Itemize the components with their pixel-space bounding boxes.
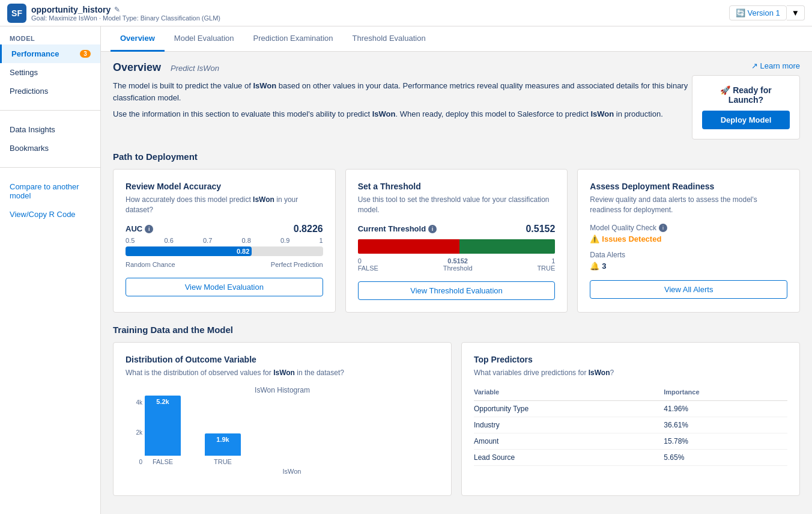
main-content: Overview Model Evaluation Prediction Exa… <box>101 26 812 514</box>
sidebar-item-predictions[interactable]: Predictions <box>0 82 100 100</box>
predictor-variable-3: Lead Source <box>474 450 664 466</box>
data-alerts-check: Data Alerts 🔔 3 <box>590 251 787 271</box>
auc-bar-label: 0.82 <box>237 248 249 255</box>
threshold-caption-mid: 0.5152 Threshold <box>443 257 473 272</box>
app-subtitle: Goal: Maximize IsWon · Model Type: Binar… <box>31 14 220 22</box>
histogram-y-axis: 4k 2k 0 <box>126 399 142 465</box>
tabs-bar: Overview Model Evaluation Prediction Exa… <box>101 26 812 52</box>
training-cards-row: Distribution of Outcome Variable What is… <box>113 342 800 497</box>
auc-label: AUC i <box>126 224 153 233</box>
version-button[interactable]: 🔄 Version 1 <box>729 5 787 20</box>
overview-header: Overview Predict IsWon The model is buil… <box>113 61 800 139</box>
sidebar: Model Performance 3 Settings Predictions… <box>0 26 101 514</box>
overview-title: Overview <box>113 61 161 74</box>
top-predictors-card: Top Predictors What variables drive pred… <box>461 342 800 497</box>
histogram-bars: 5.2k FALSE 1.9k TRUE <box>145 399 439 465</box>
col-importance: Importance <box>664 386 787 401</box>
launch-title: 🚀 Ready for Launch? <box>702 85 790 105</box>
auc-caption: Random Chance Perfect Prediction <box>126 261 323 268</box>
threshold-info-icon[interactable]: i <box>428 225 437 233</box>
performance-badge: 3 <box>80 50 91 58</box>
issues-detected: ⚠️ Issues Detected <box>590 234 787 243</box>
learn-more-link[interactable]: ↗ Learn more <box>751 61 800 70</box>
auc-scale: 0.5 0.6 0.7 0.8 0.9 1 <box>126 237 323 244</box>
content-area: Overview Predict IsWon The model is buil… <box>101 52 812 514</box>
overview-right: ↗ Learn more 🚀 Ready for Launch? Deploy … <box>692 61 800 139</box>
bar-false: 5.2k <box>145 396 181 456</box>
bar-false-label: 5.2k <box>156 398 169 405</box>
overview-subtitle: Predict IsWon <box>171 64 219 73</box>
bar-true-group: 1.9k TRUE <box>205 433 241 465</box>
predictor-importance-0: 41.96% <box>664 401 787 417</box>
app-name: opportunity_history <box>31 5 111 14</box>
table-row: Amount 15.78% <box>474 433 787 450</box>
predictor-variable-1: Industry <box>474 417 664 433</box>
threshold-caption-left: 0 FALSE <box>358 257 378 272</box>
bar-false-caption: FALSE <box>153 458 173 465</box>
view-all-alerts-button[interactable]: View All Alerts <box>590 280 787 299</box>
distribution-desc: What is the distribution of observed val… <box>126 368 439 378</box>
launch-card: 🚀 Ready for Launch? Deploy Model <box>692 75 800 139</box>
header-left: SF opportunity_history ✎ Goal: Maximize … <box>7 4 220 23</box>
sidebar-model-section: Model Performance 3 Settings Predictions <box>0 26 100 105</box>
threshold-value: 0.5152 <box>526 224 555 234</box>
col-variable: Variable <box>474 386 664 401</box>
path-cards-row: Review Model Accuracy How accurately doe… <box>113 169 800 313</box>
deployment-readiness-desc: Review quality and data alerts to assess… <box>590 195 787 215</box>
overview-desc-2: Use the information in this section to e… <box>113 108 692 120</box>
edit-icon[interactable]: ✎ <box>114 5 120 14</box>
distribution-card: Distribution of Outcome Variable What is… <box>113 342 452 497</box>
sidebar-links-section: Compare to another model View/Copy R Cod… <box>0 173 100 228</box>
predictor-importance-2: 15.78% <box>664 433 787 450</box>
bar-false-group: 5.2k FALSE <box>145 396 181 465</box>
sidebar-item-settings[interactable]: Settings <box>0 63 100 82</box>
deploy-model-button[interactable]: Deploy Model <box>702 111 790 129</box>
bar-true: 1.9k <box>205 433 241 456</box>
sidebar-item-data-insights[interactable]: Data Insights <box>0 120 100 139</box>
threshold-bar <box>358 239 556 254</box>
sidebar-model-label: Model <box>0 31 100 44</box>
tab-overview[interactable]: Overview <box>111 26 165 52</box>
table-row: Opportunity Type 41.96% <box>474 401 787 417</box>
path-to-deployment-title: Path to Deployment <box>113 151 800 162</box>
app-logo: SF <box>7 4 26 23</box>
model-quality-check: Model Quality Check i ⚠️ Issues Detected <box>590 224 787 243</box>
deployment-readiness-title: Assess Deployment Readiness <box>590 182 787 191</box>
tab-model-evaluation[interactable]: Model Evaluation <box>165 26 244 52</box>
threshold-title: Set a Threshold <box>358 182 556 191</box>
overview-desc-1: The model is built to predict the value … <box>113 80 692 103</box>
model-accuracy-title: Review Model Accuracy <box>126 182 323 191</box>
model-accuracy-desc: How accurately does this model predict I… <box>126 195 323 215</box>
histogram-x-label: IsWon <box>145 468 439 475</box>
sidebar-item-performance[interactable]: Performance 3 <box>0 44 100 63</box>
overview-title-group: Overview Predict IsWon The model is buil… <box>113 61 692 125</box>
deployment-readiness-card: Assess Deployment Readiness Review quali… <box>577 169 800 313</box>
view-threshold-evaluation-button[interactable]: View Threshold Evaluation <box>358 281 556 300</box>
sidebar-divider-1 <box>0 110 100 111</box>
threshold-caption: 0 FALSE 0.5152 Threshold 1 TRUE <box>358 257 556 272</box>
threshold-caption-right: 1 TRUE <box>537 257 555 272</box>
bar-true-label: 1.9k <box>216 436 229 443</box>
version-label: Version 1 <box>748 8 780 17</box>
tab-prediction-examination[interactable]: Prediction Examination <box>244 26 343 52</box>
predictor-importance-3: 5.65% <box>664 450 787 466</box>
external-link-icon: ↗ <box>751 61 758 70</box>
top-predictors-title: Top Predictors <box>474 355 787 364</box>
auc-bar-background: 0.82 <box>126 246 323 256</box>
auc-row: AUC i 0.8226 <box>126 224 323 234</box>
auc-info-icon[interactable]: i <box>145 225 153 233</box>
auc-value: 0.8226 <box>294 224 323 234</box>
quality-check-info-icon[interactable]: i <box>659 224 667 232</box>
predictor-importance-1: 36.61% <box>664 417 787 433</box>
version-dropdown-button[interactable]: ▼ <box>787 5 805 20</box>
data-alerts-label: Data Alerts <box>590 251 787 259</box>
tab-threshold-evaluation[interactable]: Threshold Evaluation <box>343 26 435 52</box>
view-model-evaluation-button[interactable]: View Model Evaluation <box>126 278 323 296</box>
view-r-code-link[interactable]: View/Copy R Code <box>0 205 100 224</box>
sidebar-divider-2 <box>0 167 100 168</box>
main-layout: Model Performance 3 Settings Predictions… <box>0 26 812 514</box>
threshold-card: Set a Threshold Use this tool to set the… <box>345 169 568 313</box>
predictor-variable-2: Amount <box>474 433 664 450</box>
compare-model-link[interactable]: Compare to another model <box>0 177 100 205</box>
sidebar-item-bookmarks[interactable]: Bookmarks <box>0 139 100 158</box>
